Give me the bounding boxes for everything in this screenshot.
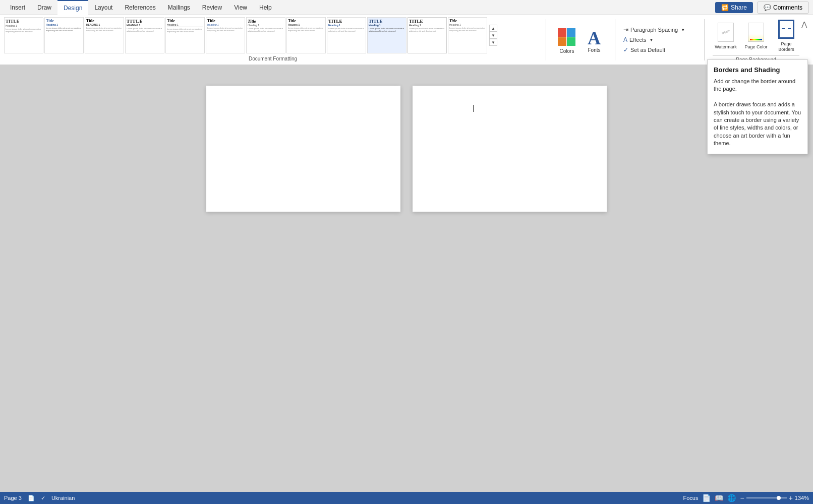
status-right: Focus 📄 📖 🌐 − + 134% (683, 494, 809, 502)
document-page-1[interactable] (206, 86, 400, 212)
page-borders-button[interactable]: Page Borders (773, 18, 799, 52)
tooltip-popup: Borders and Shading Add or change the bo… (707, 59, 808, 154)
zoom-out-button[interactable]: − (740, 494, 744, 502)
gallery-scroll-down[interactable]: ▼ (489, 32, 497, 39)
set-as-default-button[interactable]: ✓ Set as Default (621, 45, 698, 54)
doc-formatting-label: Document Formatting (4, 54, 542, 62)
page-color-button[interactable]: Page Color (743, 21, 769, 50)
paragraph-spacing-button[interactable]: ⇥ Paragraph Spacing ▼ (621, 25, 698, 34)
divider-1 (546, 19, 546, 60)
page-color-icon (747, 21, 765, 43)
proofing-icon: ✓ (41, 495, 45, 501)
fonts-button[interactable]: A Fonts (582, 27, 607, 53)
cf-buttons: Colors A Fonts (554, 17, 607, 62)
tab-references[interactable]: References (119, 0, 161, 15)
zoom-percent-display[interactable]: 134% (795, 495, 809, 501)
tab-help[interactable]: Help (253, 0, 278, 15)
page-background-section: DRAFT Watermark Page Color (709, 17, 803, 62)
status-bar: Page 3 📄 ✓ Ukrainian Focus 📄 📖 🌐 − + 134… (0, 492, 813, 504)
page-borders-icon (777, 18, 795, 40)
read-mode-button[interactable]: 📖 (715, 494, 723, 502)
tab-bar: Insert Draw Design Layout References Mai… (0, 0, 813, 15)
collapse-ribbon-button[interactable]: ⋀ (801, 20, 807, 28)
tab-layout[interactable]: Layout (88, 0, 119, 15)
pb-buttons: DRAFT Watermark Page Color (713, 17, 799, 53)
style-item-7[interactable]: Title Heading 1 Lorem ipsum dolor sit am… (286, 17, 326, 53)
word-count-icon: 📄 (28, 495, 35, 501)
colors-fonts-section: Colors A Fonts (550, 17, 611, 62)
paragraph-spacing-chevron: ▼ (681, 28, 685, 32)
style-item-3[interactable]: TITLE HEADING 1 Lorem ipsum dolor sit am… (125, 17, 164, 53)
style-item-6[interactable]: Title Heading 1 Lorem ipsum dolor sit am… (246, 17, 285, 53)
checkmark-icon: ✓ (623, 46, 628, 53)
tab-design[interactable]: Design (57, 0, 88, 15)
watermark-button[interactable]: DRAFT Watermark (713, 21, 739, 50)
page-color-label: Page Color (744, 44, 767, 50)
document-formatting-section: TITLE Heading 1 Lorem ipsum dolor sit am… (4, 17, 542, 62)
para-spacing-section: ⇥ Paragraph Spacing ▼ A Effects ▼ ✓ Set … (619, 17, 700, 62)
gallery-scroll-up[interactable]: ▲ (489, 25, 497, 32)
style-item-9[interactable]: TITLE Heading 1 Lorem ipsum dolor sit am… (367, 17, 406, 53)
colors-icon (557, 26, 577, 48)
document-formatting-gallery: TITLE Heading 1 Lorem ipsum dolor sit am… (4, 17, 542, 53)
style-item-8[interactable]: TITLE Heading 1 Lorem ipsum dolor sit am… (327, 17, 366, 53)
top-right-buttons: 🔁 Share 💬 Comments (715, 2, 809, 14)
effects-icon: A (623, 36, 627, 43)
divider-3 (704, 19, 705, 60)
web-layout-button[interactable]: 🌐 (727, 494, 736, 502)
ribbon-content: TITLE Heading 1 Lorem ipsum dolor sit am… (0, 15, 813, 65)
style-item-1[interactable]: Title Heading 1 Lorem ipsum dolor sit am… (44, 17, 84, 53)
effects-button[interactable]: A Effects ▼ (621, 35, 698, 44)
tab-view[interactable]: View (228, 0, 253, 15)
tab-review[interactable]: Review (196, 0, 228, 15)
watermark-label: Watermark (715, 44, 737, 50)
document-canvas (0, 66, 813, 504)
zoom-slider[interactable] (746, 497, 787, 498)
comments-button[interactable]: 💬 Comments (757, 2, 809, 14)
text-cursor (473, 105, 474, 112)
watermark-icon: DRAFT (717, 21, 735, 43)
page-count: Page 3 (4, 495, 22, 501)
page-borders-label: Page Borders (773, 41, 799, 52)
zoom-thumb (777, 496, 781, 500)
share-icon: 🔁 (721, 4, 729, 11)
style-item-11[interactable]: Title Heading 1 Lorem ipsum dolor sit am… (448, 17, 487, 53)
effects-chevron: ▼ (649, 38, 653, 42)
style-item-10[interactable]: TITLE Heading 1 Lorem ipsum dolor sit am… (408, 17, 447, 53)
comment-icon: 💬 (764, 4, 771, 11)
colors-label: Colors (560, 48, 574, 54)
share-button[interactable]: 🔁 Share (715, 2, 753, 13)
style-item-default[interactable]: TITLE Heading 1 Lorem ipsum dolor sit am… (4, 17, 43, 53)
paragraph-spacing-icon: ⇥ (623, 26, 628, 33)
language-display[interactable]: Ukrainian (51, 495, 75, 501)
focus-button[interactable]: Focus (683, 495, 699, 501)
tooltip-title: Borders and Shading (714, 66, 801, 74)
style-item-4[interactable]: Title Heading 1 Lorem ipsum dolor sit am… (165, 17, 205, 53)
tab-mailings[interactable]: Mailings (162, 0, 196, 15)
gallery-expand[interactable]: ▼ (489, 39, 497, 46)
fonts-icon: A (588, 29, 601, 47)
style-item-5[interactable]: Title Heading 1 Lorem ipsum dolor sit am… (206, 17, 245, 53)
tab-draw[interactable]: Draw (31, 0, 57, 15)
print-layout-button[interactable]: 📄 (702, 494, 711, 502)
zoom-control: − + 134% (740, 494, 809, 502)
colors-button[interactable]: Colors (554, 26, 579, 54)
gallery-scroll: ▲ ▼ ▼ (489, 25, 497, 46)
tooltip-body: Add or change the border around the page… (714, 78, 801, 148)
divider-2 (615, 19, 615, 60)
style-item-2[interactable]: Title Heading 1 Lorem ipsum dolor sit am… (85, 17, 124, 53)
fonts-label: Fonts (588, 47, 600, 53)
document-page-2[interactable] (413, 86, 607, 212)
zoom-in-button[interactable]: + (789, 494, 793, 502)
tab-insert[interactable]: Insert (4, 0, 31, 15)
